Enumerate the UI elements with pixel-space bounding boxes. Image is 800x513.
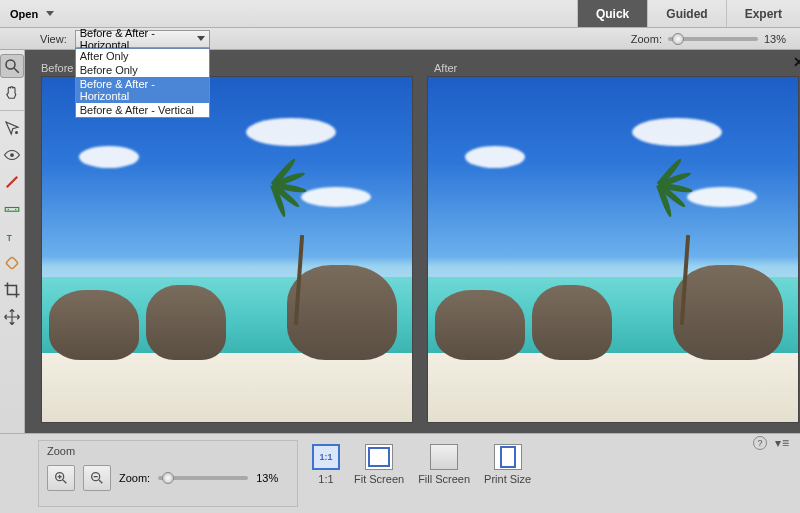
tab-expert[interactable]: Expert	[726, 0, 800, 27]
open-label: Open	[10, 8, 38, 20]
view-option-before-only[interactable]: Before Only	[76, 63, 209, 77]
svg-line-11	[63, 480, 66, 483]
print-size-icon	[494, 444, 522, 470]
help-icon[interactable]: ?	[753, 436, 767, 450]
zoom-panel: Zoom Zoom: 13%	[38, 440, 298, 507]
svg-point-2	[15, 131, 18, 134]
svg-line-4	[7, 177, 18, 188]
zoom-slider-thumb[interactable]	[672, 33, 684, 45]
before-panel	[41, 76, 413, 423]
tool-separator	[0, 110, 24, 111]
after-panel	[427, 76, 799, 423]
bottom-panel: Zoom Zoom: 13% ? ▾≡ 1:1 1:1 Fit Screen	[0, 433, 800, 513]
view-dropdown[interactable]: Before & After - Horizontal After Only B…	[75, 30, 210, 48]
panel-menu-icon[interactable]: ▾≡	[775, 436, 790, 450]
fill-screen-button[interactable]: Fill Screen	[418, 444, 470, 485]
zoom-label-bottom: Zoom:	[119, 472, 150, 484]
svg-line-15	[99, 480, 102, 483]
zoom-in-button[interactable]	[47, 465, 75, 491]
view-option-before-after-horizontal[interactable]: Before & After - Horizontal	[76, 77, 209, 103]
fit-screen-button[interactable]: Fit Screen	[354, 444, 404, 485]
whiten-tool[interactable]	[0, 170, 24, 194]
view-option-after-only[interactable]: After Only	[76, 49, 209, 63]
type-tool[interactable]: T	[0, 224, 24, 248]
svg-line-1	[14, 68, 19, 73]
svg-point-6	[8, 209, 10, 211]
zoom-top-group: Zoom: 13%	[631, 33, 800, 45]
zoom-slider-bottom[interactable]	[158, 476, 248, 480]
svg-rect-9	[6, 257, 19, 270]
view-bar: View: Before & After - Horizontal After …	[0, 28, 800, 50]
svg-point-3	[10, 153, 14, 157]
one-to-one-label: 1:1	[318, 473, 333, 485]
view-option-before-after-vertical[interactable]: Before & After - Vertical	[76, 103, 209, 117]
crop-tool[interactable]	[0, 278, 24, 302]
after-label: After	[434, 62, 799, 74]
fill-screen-label: Fill Screen	[418, 473, 470, 485]
zoom-slider[interactable]	[668, 37, 758, 41]
svg-rect-5	[5, 208, 19, 212]
menubar: Open Quick Guided Expert	[0, 0, 800, 28]
straighten-tool[interactable]	[0, 197, 24, 221]
toolbox: T	[0, 50, 25, 433]
tab-quick[interactable]: Quick	[577, 0, 647, 27]
svg-point-0	[6, 60, 15, 69]
zoom-panel-title: Zoom	[47, 445, 289, 457]
zoom-label: Zoom:	[631, 33, 662, 45]
chevron-down-icon	[197, 36, 205, 41]
zoom-value-bottom: 13%	[256, 472, 278, 484]
print-size-label: Print Size	[484, 473, 531, 485]
zoom-slider-bottom-thumb[interactable]	[162, 472, 174, 484]
view-dropdown-list: After Only Before Only Before & After - …	[75, 48, 210, 118]
view-dropdown-button[interactable]: Before & After - Horizontal	[75, 30, 210, 48]
mode-tabs: Quick Guided Expert	[577, 0, 800, 27]
one-to-one-icon: 1:1	[312, 444, 340, 470]
svg-text:T: T	[7, 234, 12, 243]
close-icon[interactable]: ✕	[793, 54, 800, 70]
zoom-tool[interactable]	[0, 54, 24, 78]
zoom-value: 13%	[764, 33, 786, 45]
fit-screen-icon	[365, 444, 393, 470]
tab-guided[interactable]: Guided	[647, 0, 725, 27]
fill-screen-icon	[430, 444, 458, 470]
fit-screen-label: Fit Screen	[354, 473, 404, 485]
svg-point-7	[15, 209, 17, 211]
open-menu[interactable]: Open	[0, 0, 68, 27]
quick-select-tool[interactable]	[0, 116, 24, 140]
hand-tool[interactable]	[0, 81, 24, 105]
fit-one-to-one[interactable]: 1:1 1:1	[312, 444, 340, 485]
eye-tool[interactable]	[0, 143, 24, 167]
view-label: View:	[40, 33, 67, 45]
chevron-down-icon	[46, 11, 54, 16]
fit-panel: ? ▾≡ 1:1 1:1 Fit Screen Fill Screen Prin…	[304, 434, 800, 513]
zoom-out-button[interactable]	[83, 465, 111, 491]
spot-heal-tool[interactable]	[0, 251, 24, 275]
move-tool[interactable]	[0, 305, 24, 329]
print-size-button[interactable]: Print Size	[484, 444, 531, 485]
